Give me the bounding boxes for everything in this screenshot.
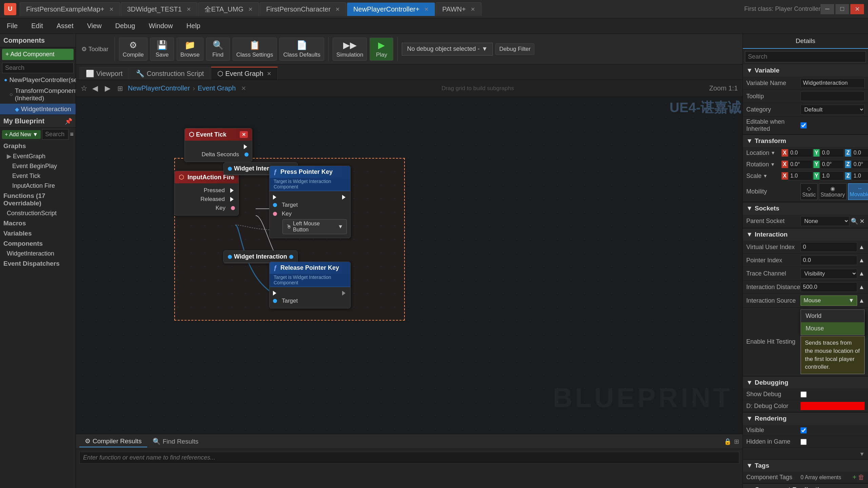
static-button[interactable]: ◇ Static bbox=[801, 183, 817, 200]
search-socket-icon[interactable]: 🔍 bbox=[851, 218, 858, 225]
pointer-index-input[interactable] bbox=[801, 256, 857, 265]
expand-icon[interactable]: ▼ bbox=[859, 451, 865, 457]
interaction-distance-input[interactable] bbox=[801, 282, 857, 292]
sockets-section-header[interactable]: ▼ Sockets bbox=[743, 202, 868, 215]
dropdown-item-world[interactable]: World bbox=[801, 310, 864, 322]
show-debug-checkbox[interactable] bbox=[801, 391, 807, 398]
key-selector[interactable]: 🖱 Left Mouse Button ▼ bbox=[282, 219, 347, 234]
tab-event-graph[interactable]: ⬡ Event Graph ✕ bbox=[211, 67, 277, 80]
pin-icon[interactable]: 📌 bbox=[65, 118, 72, 125]
breadcrumb-graph[interactable]: Event Graph bbox=[198, 84, 236, 92]
delta-seconds-pin[interactable]: Delta Seconds bbox=[185, 150, 252, 159]
interaction-section-header[interactable]: ▼ Interaction bbox=[743, 228, 868, 241]
press-pointer-key-node[interactable]: ƒ Press Pointer Key Target is Widget Int… bbox=[269, 166, 351, 238]
settings-icon[interactable]: ⊞ bbox=[734, 438, 739, 445]
add-tag-icon[interactable]: + bbox=[852, 473, 856, 481]
debug-object-button[interactable]: No debug object selected - ▼ bbox=[402, 43, 493, 56]
close-icon[interactable]: ✕ bbox=[109, 6, 114, 13]
bp-item-input-action[interactable]: InputAction Fire bbox=[0, 181, 76, 191]
close-icon[interactable]: ✕ bbox=[471, 6, 475, 13]
menu-edit[interactable]: Edit bbox=[28, 21, 45, 31]
transform-section-header[interactable]: ▼ Transform bbox=[743, 135, 868, 147]
exec-out-pin[interactable] bbox=[185, 143, 252, 150]
class-defaults-button[interactable]: 📄 Class Defaults bbox=[279, 38, 324, 61]
close-button[interactable]: ✕ bbox=[850, 4, 864, 14]
menu-asset[interactable]: Asset bbox=[54, 21, 76, 31]
key-value-pin[interactable]: 🖱 Left Mouse Button ▼ bbox=[270, 218, 350, 235]
close-icon[interactable]: ✕ bbox=[424, 6, 429, 13]
trace-channel-select[interactable]: Visibility bbox=[801, 269, 857, 279]
visible-checkbox[interactable] bbox=[801, 427, 807, 433]
close-tab-icon[interactable]: ✕ bbox=[267, 70, 271, 77]
increment-icon[interactable]: ▲ bbox=[859, 270, 865, 277]
simulation-button[interactable]: ▶▶ Simulation bbox=[333, 38, 367, 61]
blueprint-search-input[interactable] bbox=[42, 129, 68, 140]
browse-button[interactable]: 📁 Browse bbox=[177, 38, 203, 61]
star-icon[interactable]: ☆ bbox=[81, 84, 87, 93]
rendering-section-header[interactable]: ▼ Rendering bbox=[743, 412, 868, 425]
released-pin[interactable]: Released bbox=[175, 195, 238, 204]
increment-icon[interactable]: ▲ bbox=[859, 297, 865, 304]
rot-x-input[interactable] bbox=[789, 160, 812, 169]
maximize-button[interactable]: □ bbox=[835, 4, 849, 14]
tab-new-player-controller[interactable]: NewPlayerController+ ✕ bbox=[347, 2, 435, 16]
increment-icon[interactable]: ▲ bbox=[859, 284, 865, 291]
scale-y-input[interactable] bbox=[820, 171, 844, 180]
target-pin[interactable]: Target bbox=[270, 201, 350, 209]
variable-section-header[interactable]: ▼ Variable bbox=[743, 64, 868, 77]
menu-debug[interactable]: Debug bbox=[113, 21, 138, 31]
breadcrumb-controller[interactable]: NewPlayerController bbox=[128, 84, 190, 92]
lock-icon[interactable]: 🔒 bbox=[724, 438, 731, 445]
rot-y-input[interactable] bbox=[820, 160, 844, 169]
component-item-widget-interaction[interactable]: ◆ WidgetInteraction bbox=[0, 104, 76, 115]
close-icon[interactable]: ✕ bbox=[248, 6, 253, 13]
dropdown-item-mouse[interactable]: Mouse bbox=[801, 322, 864, 335]
bp-item-widget-interaction[interactable]: WidgetInteraction bbox=[0, 249, 76, 259]
parent-socket-select[interactable]: None bbox=[801, 216, 849, 226]
tab-umg[interactable]: 全ETA_UMG ✕ bbox=[198, 2, 259, 16]
forward-button[interactable]: ▶ bbox=[103, 83, 113, 94]
scale-x-input[interactable] bbox=[789, 171, 812, 180]
stationary-button[interactable]: ◉ Stationary bbox=[819, 183, 847, 200]
component-item-self[interactable]: ● NewPlayerController(self) bbox=[0, 75, 76, 85]
pressed-pin[interactable]: Pressed bbox=[175, 186, 238, 195]
find-results-tab[interactable]: 🔍 Find Results bbox=[147, 436, 204, 447]
key-input-pin[interactable]: Key bbox=[270, 209, 350, 218]
event-tick-node[interactable]: ⬡ Event Tick ✕ Delta Seconds bbox=[184, 128, 252, 162]
remove-tag-icon[interactable]: 🗑 bbox=[858, 473, 865, 481]
increment-icon[interactable]: ▲ bbox=[859, 244, 865, 251]
exec-in-pin[interactable] bbox=[270, 194, 350, 201]
my-blueprint-header[interactable]: My Blueprint 📌 bbox=[0, 115, 76, 128]
tab-viewport[interactable]: ⬜ Viewport bbox=[79, 67, 129, 80]
add-new-button[interactable]: + Add New ▼ bbox=[2, 130, 41, 139]
debugging-section-header[interactable]: ▼ Debugging bbox=[743, 377, 868, 389]
scale-z-input[interactable] bbox=[852, 171, 868, 180]
menu-help[interactable]: Help bbox=[184, 21, 203, 31]
menu-file[interactable]: File bbox=[4, 21, 20, 31]
bp-item-eventgraph[interactable]: ▶EventGraph bbox=[0, 151, 76, 161]
minimize-button[interactable]: ─ bbox=[821, 4, 834, 14]
editable-checkbox[interactable] bbox=[801, 122, 807, 128]
interaction-source-select[interactable]: Mouse ▼ bbox=[801, 296, 857, 306]
interaction-source-dropdown[interactable]: World Mouse bbox=[801, 309, 865, 335]
tab-firstperson-map[interactable]: FirstPersonExampleMap+ ✕ bbox=[20, 2, 120, 16]
close-icon[interactable]: ✕ bbox=[335, 6, 340, 13]
increment-icon[interactable]: ▲ bbox=[859, 257, 865, 264]
loc-x-input[interactable] bbox=[789, 148, 812, 157]
class-settings-button[interactable]: 📋 Class Settings bbox=[233, 38, 277, 61]
loc-z-input[interactable] bbox=[852, 148, 868, 157]
bp-item-construction[interactable]: ConstructionScript bbox=[0, 208, 76, 218]
category-select[interactable]: Default bbox=[801, 105, 865, 115]
search-components-input[interactable] bbox=[2, 63, 74, 73]
target-pin[interactable]: Target bbox=[270, 297, 350, 305]
compiler-results-tab[interactable]: ⚙ Compiler Results bbox=[79, 435, 147, 447]
tab-firstperson-char[interactable]: FirstPersonCharacter ✕ bbox=[260, 2, 346, 16]
find-button[interactable]: 🔍 Find bbox=[206, 38, 230, 61]
tooltip-input[interactable] bbox=[801, 92, 865, 101]
add-component-button[interactable]: + Add Component bbox=[2, 49, 74, 60]
node-close-icon[interactable]: ✕ bbox=[240, 131, 248, 138]
movable-button[interactable]: ↔ Movable bbox=[848, 183, 868, 200]
tab-pawn[interactable]: PAWN+ ✕ bbox=[436, 2, 481, 16]
bp-item-begin-play[interactable]: Event BeginPlay bbox=[0, 161, 76, 171]
menu-window[interactable]: Window bbox=[146, 21, 176, 31]
